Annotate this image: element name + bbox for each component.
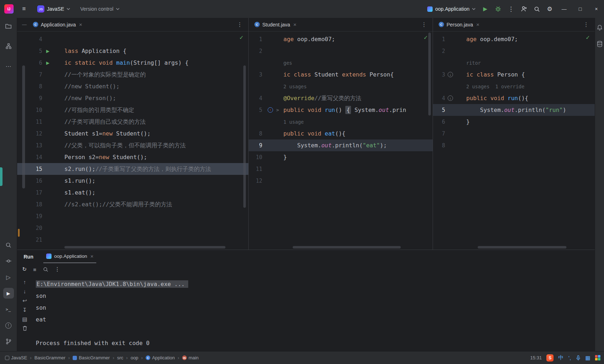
vertical-scrollbar[interactable] xyxy=(428,33,431,115)
print-icon[interactable]: ▤ xyxy=(22,316,27,322)
close-button[interactable]: × xyxy=(589,0,604,18)
search-everywhere-icon[interactable] xyxy=(531,3,543,15)
tab-options-icon[interactable]: ⋮ xyxy=(580,21,592,28)
code-line[interactable]: 3↓ic class Person { xyxy=(433,69,595,80)
ime-punctuation-icon[interactable]: ’, xyxy=(568,355,571,361)
code-text[interactable]: //new Person(); xyxy=(64,92,116,104)
notifications-tool-icon[interactable] xyxy=(595,22,604,33)
breadcrumb-item[interactable]: mmain xyxy=(181,354,200,361)
code-text[interactable]: age oop.demo07; xyxy=(466,33,518,45)
line-number[interactable]: 19 xyxy=(17,213,42,220)
code-line[interactable]: 12Student s1=new Student(); xyxy=(17,128,248,139)
line-number[interactable]: 18 xyxy=(17,201,42,208)
line-number[interactable]: 7 xyxy=(433,131,445,137)
code-line[interactable]: 10//可指向的引用类型不确定 xyxy=(17,104,248,116)
line-number[interactable]: 2 xyxy=(433,48,445,54)
code-line[interactable]: 8//new Student(); xyxy=(17,80,248,92)
code-line[interactable]: 17s1.eat(); xyxy=(17,187,248,198)
code-text[interactable]: } xyxy=(466,116,470,128)
inspect-icon[interactable] xyxy=(43,267,48,272)
editor-tab[interactable]: C Person.java × xyxy=(436,18,482,31)
inlay-hint[interactable]: ritor xyxy=(466,60,481,66)
more-tool-windows-icon[interactable]: ⋯ xyxy=(3,61,14,72)
inlay-hint-row[interactable]: ritor xyxy=(433,57,595,69)
editor-content[interactable]: 1age oop.demo07;2ges3ic class Student ex… xyxy=(249,31,433,250)
line-number[interactable]: 2 xyxy=(249,48,262,54)
code-line[interactable]: 6} xyxy=(433,116,595,128)
code-text[interactable]: //一个对象的实际类型是确定的 xyxy=(64,69,146,80)
overridden-gutter-icon[interactable]: ↓ xyxy=(448,72,453,77)
git-tool-icon[interactable] xyxy=(3,336,14,347)
left-scrollbar-thumb[interactable] xyxy=(22,65,25,188)
tab-options-icon[interactable]: ⋮ xyxy=(418,21,430,28)
ime-keyboard-icon[interactable]: ▦ xyxy=(585,355,590,361)
inlay-hint[interactable]: ges xyxy=(283,60,292,66)
code-text[interactable]: ic class Person { xyxy=(466,69,525,80)
line-number[interactable]: 8 xyxy=(433,142,445,149)
settings-icon[interactable]: ⚙ xyxy=(544,3,556,15)
line-number[interactable]: 9 xyxy=(17,95,42,102)
code-text[interactable]: //可指向的引用类型不确定 xyxy=(64,104,134,116)
inspections-ok-icon[interactable]: ✓ xyxy=(585,34,590,41)
close-tab-icon[interactable]: × xyxy=(293,21,297,28)
inlay-hint[interactable]: 2 usages 1 override xyxy=(466,84,525,89)
code-line[interactable]: 1age oop.demo07; xyxy=(249,33,433,45)
soft-wrap-icon[interactable]: ↩ xyxy=(23,297,27,304)
editor-content[interactable]: 1age oop.demo07;2ritor3↓ic class Person … xyxy=(433,31,595,250)
code-line[interactable]: 11//子类可调用自己或父类的方法 xyxy=(17,116,248,128)
code-text[interactable]: } xyxy=(283,151,287,163)
code-line[interactable]: 16s1.run(); xyxy=(17,175,248,187)
code-line[interactable]: 6▶ic static void main(String[] args) { xyxy=(17,57,248,69)
code-line[interactable]: 15s2.run();//子类重写了父类的方法，则执行子类的方法 xyxy=(17,163,248,175)
commit-tool-icon[interactable] xyxy=(3,256,14,266)
project-tool-icon[interactable] xyxy=(3,21,14,31)
terminal-tool-icon[interactable]: >_ xyxy=(3,304,14,315)
intellij-logo[interactable]: IJ xyxy=(4,4,14,14)
line-number[interactable]: 5 xyxy=(249,107,262,113)
ime-logo[interactable]: S xyxy=(546,354,554,361)
code-line[interactable]: 14Person s2=new Student(); xyxy=(17,151,248,163)
structure-tool-icon[interactable] xyxy=(3,41,14,51)
line-number[interactable]: 1 xyxy=(433,36,445,43)
editor-content[interactable]: 45▶lass Application {6▶ic static void ma… xyxy=(17,31,248,250)
breadcrumb-item[interactable]: BasicGrammer xyxy=(71,354,111,361)
code-text[interactable]: //子类可调用自己或父类的方法 xyxy=(64,116,146,128)
console-output[interactable]: E:\Environment\Java\JDK1.8\bin\java.exe … xyxy=(32,275,595,351)
breadcrumb-item[interactable]: BasicGrammer xyxy=(33,354,67,361)
code-text[interactable]: lass Application { xyxy=(64,45,126,57)
line-number[interactable]: 3 xyxy=(249,72,262,78)
find-tool-icon[interactable] xyxy=(3,240,14,250)
line-number[interactable]: 3 xyxy=(433,72,445,78)
code-line[interactable]: 18//s2.eat();//父类不能调用子类的方法 xyxy=(17,198,248,210)
code-line[interactable]: 5↑>public void run() { System.out.prin xyxy=(249,104,433,116)
scroll-to-end-icon[interactable]: ↧ xyxy=(23,307,27,313)
fold-chevron-icon[interactable]: > xyxy=(276,107,279,113)
inlay-hint-row[interactable]: ges xyxy=(249,57,433,69)
code-text[interactable]: System.out.println("eat"); xyxy=(283,139,387,151)
editor-tab[interactable]: C Student.java × xyxy=(252,18,299,31)
code-text[interactable]: public void run() { System.out.prin xyxy=(283,104,406,116)
run-button[interactable]: ▶ xyxy=(479,3,491,15)
vertical-scrollbar[interactable] xyxy=(243,65,246,208)
code-line[interactable]: 4@Override//重写父类的方法 xyxy=(249,92,433,104)
line-number[interactable]: 9 xyxy=(249,142,262,149)
code-line[interactable]: 8public void eat(){ xyxy=(249,128,433,139)
code-text[interactable]: Student s1=new Student(); xyxy=(64,128,151,139)
close-tab-icon[interactable]: × xyxy=(91,253,94,259)
line-number[interactable]: 8 xyxy=(249,131,262,137)
code-text[interactable]: System.out.println("run") xyxy=(466,104,566,116)
code-line[interactable]: 3ic class Student extends Person{ xyxy=(249,69,433,80)
code-text[interactable]: s1.eat(); xyxy=(64,187,96,198)
inspections-ok-icon[interactable]: ✓ xyxy=(423,34,428,41)
editor-tab[interactable]: C Application.java × xyxy=(30,18,85,31)
run-gutter-icon[interactable]: ▶ xyxy=(46,60,49,65)
line-number[interactable]: 14 xyxy=(17,154,42,161)
code-text[interactable]: public void eat(){ xyxy=(283,128,345,139)
line-number[interactable]: 15 xyxy=(17,166,42,172)
horizontal-scrollbar[interactable] xyxy=(64,246,225,249)
more-icon[interactable]: ⋮ xyxy=(55,266,60,272)
line-number[interactable]: 6 xyxy=(17,60,42,66)
debug-button[interactable] xyxy=(492,3,504,15)
code-line[interactable]: 7//一个对象的实际类型是确定的 xyxy=(17,69,248,80)
code-line[interactable]: 21 xyxy=(17,234,248,246)
